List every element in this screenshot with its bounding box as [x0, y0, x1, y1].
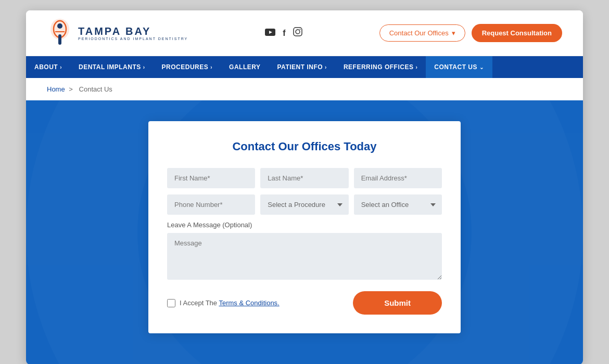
procedure-field: Select a Procedure — [260, 194, 348, 215]
nav-bar: ABOUT › DENTAL IMPLANTS › PROCEDURES › G… — [26, 56, 583, 78]
terms-text: I Accept The Terms & Conditions. — [180, 299, 280, 307]
breadcrumb-current: Contact Us — [79, 85, 112, 93]
logo-text: TAMPA BAY PERIODONTICS AND IMPLANT DENTI… — [78, 25, 188, 41]
phone-input[interactable] — [167, 194, 255, 215]
chevron-down-icon: ⌄ — [479, 64, 484, 70]
instagram-icon[interactable] — [293, 27, 302, 39]
chevron-down-icon: ▾ — [452, 29, 455, 37]
first-name-input[interactable] — [167, 168, 255, 188]
message-field — [167, 233, 442, 282]
office-field: Select an Office — [354, 194, 442, 215]
nav-patient-info[interactable]: PATIENT INFO › — [269, 56, 335, 78]
nav-about[interactable]: ABOUT › — [26, 56, 70, 78]
svg-rect-2 — [58, 34, 61, 45]
svg-point-9 — [299, 29, 300, 30]
breadcrumb-separator: > — [69, 85, 74, 93]
first-name-field — [167, 168, 255, 188]
terms-checkbox[interactable] — [167, 299, 175, 307]
procedure-select[interactable]: Select a Procedure — [260, 194, 348, 215]
facebook-icon[interactable]: f — [283, 29, 285, 38]
chevron-icon: › — [210, 64, 212, 70]
social-icons: f — [265, 27, 302, 39]
svg-point-3 — [57, 23, 62, 29]
nav-contact-us[interactable]: CONTACT US ⌄ — [426, 56, 492, 78]
email-field — [354, 168, 442, 188]
youtube-icon[interactable] — [265, 28, 275, 38]
contact-form-card: Contact Our Offices Today — [148, 121, 461, 333]
logo-brand: TAMPA BAY — [78, 25, 188, 37]
svg-rect-7 — [294, 28, 302, 36]
message-label-area: Leave A Message (Optional) — [167, 221, 442, 282]
chevron-icon: › — [415, 64, 417, 70]
browser-window: TAMPA BAY PERIODONTICS AND IMPLANT DENTI… — [26, 10, 583, 364]
terms-checkbox-area: I Accept The Terms & Conditions. — [167, 299, 280, 307]
request-consultation-button[interactable]: Request Consultation — [472, 24, 562, 42]
submit-button[interactable]: Submit — [353, 291, 442, 315]
terms-link[interactable]: Terms & Conditions. — [219, 299, 279, 307]
form-row-1 — [167, 168, 442, 188]
nav-dental-implants[interactable]: DENTAL IMPLANTS › — [70, 56, 154, 78]
logo-area: TAMPA BAY PERIODONTICS AND IMPLANT DENTI… — [47, 19, 188, 47]
chevron-icon: › — [60, 64, 62, 70]
header: TAMPA BAY PERIODONTICS AND IMPLANT DENTI… — [26, 10, 583, 56]
chevron-icon: › — [325, 64, 327, 70]
blue-section: Contact Our Offices Today — [26, 100, 583, 364]
contact-offices-button[interactable]: Contact Our Offices ▾ — [379, 24, 465, 42]
chevron-icon: › — [143, 64, 145, 70]
header-buttons: Contact Our Offices ▾ Request Consultati… — [379, 24, 562, 42]
svg-point-8 — [296, 30, 300, 34]
form-footer: I Accept The Terms & Conditions. Submit — [167, 291, 442, 315]
form-row-2: Select a Procedure Select an Office — [167, 194, 442, 215]
email-input[interactable] — [354, 168, 442, 188]
last-name-field — [260, 168, 348, 188]
form-title: Contact Our Offices Today — [167, 140, 442, 153]
message-textarea[interactable] — [167, 233, 442, 280]
logo-subtitle: PERIODONTICS AND IMPLANT DENTISTRY — [78, 37, 188, 41]
nav-referring-offices[interactable]: REFERRING OFFICES › — [335, 56, 426, 78]
office-select[interactable]: Select an Office — [354, 194, 442, 215]
nav-procedures[interactable]: PROCEDURES › — [154, 56, 221, 78]
breadcrumb-home[interactable]: Home — [47, 85, 65, 93]
breadcrumb: Home > Contact Us — [26, 78, 583, 100]
logo-icon — [47, 19, 73, 47]
message-label: Leave A Message (Optional) — [167, 221, 442, 229]
nav-gallery[interactable]: GALLERY — [221, 56, 269, 78]
phone-field — [167, 194, 255, 215]
last-name-input[interactable] — [260, 168, 348, 188]
